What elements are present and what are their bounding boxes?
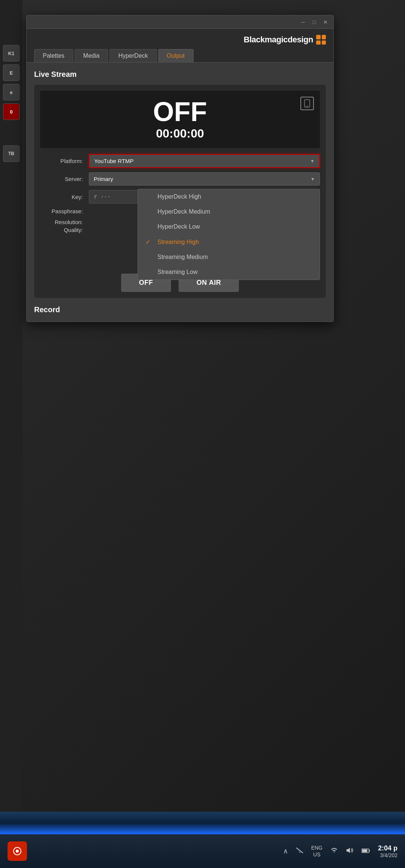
server-row: Server: Primary ▼ (40, 172, 320, 186)
svg-point-1 (307, 106, 308, 107)
sidebar-btn-e-upper[interactable]: E (3, 64, 20, 81)
taskbar-chevron-up[interactable]: ∧ (283, 847, 288, 855)
key-label: Key: (40, 194, 89, 200)
taskbar-volume-icon[interactable] (346, 847, 354, 856)
passphrase-label: Passphrase: (40, 208, 89, 214)
tab-hyperdeck[interactable]: HyperDeck (110, 49, 156, 62)
dropdown-item-hyperdeck-low[interactable]: HyperDeck Low (138, 219, 320, 234)
taskbar-right: ∧ ENG US (283, 844, 398, 858)
maximize-button[interactable]: □ (311, 19, 318, 25)
sidebar-btn-k1[interactable]: K1 (3, 45, 20, 61)
blackmagic-logo: Blackmagicdesign (244, 35, 326, 45)
server-label: Server: (40, 176, 89, 182)
content-area: Live Stream OFF 00:00:00 Platform: YouTu… (27, 62, 333, 322)
stream-status-text: OFF (48, 98, 312, 125)
stream-timer: 00:00:00 (48, 127, 312, 141)
server-dropdown[interactable]: Primary ▼ (89, 172, 320, 186)
bottom-gradient (0, 812, 405, 834)
taskbar-wifi-off-icon[interactable] (296, 847, 304, 855)
dropdown-item-hyperdeck-high[interactable]: HyperDeck High (138, 189, 320, 204)
taskbar-datetime: 2:04 p 3/4/202 (378, 844, 398, 858)
dropdown-item-streaming-medium[interactable]: Streaming Medium (138, 250, 320, 265)
taskbar-lang[interactable]: ENG US (311, 844, 322, 858)
svg-point-3 (16, 850, 19, 853)
taskbar-wifi-icon[interactable] (330, 847, 338, 856)
stream-phone-icon[interactable] (300, 97, 314, 110)
quality-dropdown-menu: HyperDeck High HyperDeck Medium HyperDec… (138, 189, 320, 280)
svg-marker-4 (346, 848, 350, 853)
taskbar: ∧ ENG US (0, 834, 405, 868)
stream-status-display: OFF 00:00:00 (40, 91, 320, 148)
dropdown-item-streaming-low[interactable]: Streaming Low (138, 265, 320, 280)
live-stream-section-title: Live Stream (34, 70, 326, 79)
tab-palettes[interactable]: Palettes (34, 49, 73, 62)
dropdown-item-hyperdeck-medium[interactable]: HyperDeck Medium (138, 204, 320, 219)
sidebar-btn-e-lower[interactable]: e (3, 84, 20, 100)
resolution-label: Resolution: (40, 219, 89, 225)
app-header: Blackmagicdesign (27, 29, 333, 45)
platform-label: Platform: (40, 158, 89, 164)
taskbar-left (8, 841, 27, 861)
taskbar-app-icon[interactable] (8, 841, 27, 861)
brand-icon (316, 35, 326, 45)
platform-dropdown[interactable]: YouTube RTMP ▼ (89, 154, 320, 168)
sidebar-strip: K1 E e 0 TB (0, 0, 22, 868)
title-bar: ─ □ ✕ (27, 15, 333, 29)
record-section: Record (34, 305, 326, 314)
dropdown-item-streaming-high[interactable]: ✓ Streaming High (138, 234, 320, 250)
quality-label: Quality: (40, 227, 89, 233)
stream-panel: OFF 00:00:00 Platform: YouTube RTMP ▼ (34, 85, 326, 298)
taskbar-battery-icon (362, 847, 370, 855)
main-window: ─ □ ✕ Blackmagicdesign Palettes Media Hy… (26, 15, 334, 322)
taskbar-time-display: 2:04 p (378, 844, 398, 852)
tab-media[interactable]: Media (75, 49, 108, 62)
close-button[interactable]: ✕ (322, 19, 329, 25)
minimize-button[interactable]: ─ (300, 19, 306, 25)
platform-dropdown-arrow: ▼ (310, 159, 315, 164)
brand-name: Blackmagicdesign (244, 35, 313, 45)
server-dropdown-arrow: ▼ (310, 177, 315, 182)
tab-output[interactable]: Output (158, 49, 194, 62)
nav-tabs: Palettes Media HyperDeck Output (27, 45, 333, 62)
sidebar-btn-tb[interactable]: TB (3, 145, 20, 162)
svg-rect-6 (362, 849, 367, 852)
sidebar-btn-zero[interactable]: 0 (3, 103, 20, 120)
platform-row: Platform: YouTube RTMP ▼ (40, 154, 320, 168)
taskbar-date-display: 3/4/202 (378, 852, 398, 858)
record-section-title: Record (34, 305, 326, 314)
